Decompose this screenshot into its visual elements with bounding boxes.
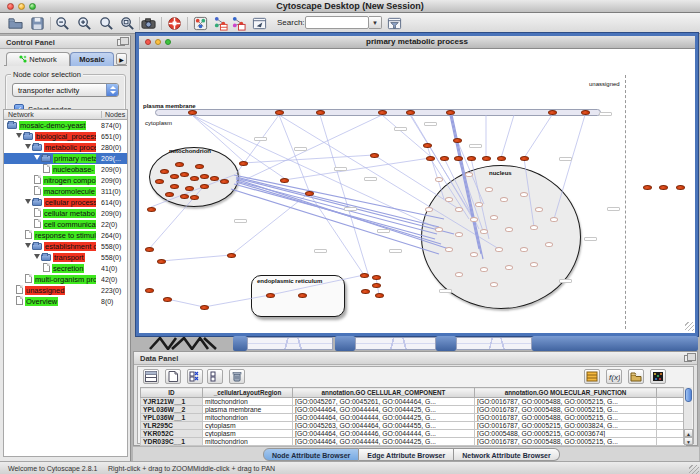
- tree-row[interactable]: nucleobase-209(0): [4, 164, 127, 175]
- tree-row[interactable]: response to stimul264(0): [4, 230, 127, 241]
- background-window-edge[interactable]: [436, 336, 456, 351]
- tab-network[interactable]: Network: [6, 52, 70, 66]
- network-node-selected[interactable]: [190, 176, 199, 181]
- network-node-selected[interactable]: [548, 110, 557, 115]
- network-node-selected[interactable]: [406, 110, 415, 115]
- table-cell[interactable]: mitochondrion: [203, 398, 293, 406]
- tab-node-attribute-browser[interactable]: Node Attribute Browser: [263, 448, 359, 461]
- table-row[interactable]: YPL036W__2plasma membrane[GO:0044464, GO…: [141, 406, 686, 414]
- network-node-selected[interactable]: [497, 156, 506, 161]
- select-all-attributes-icon[interactable]: [187, 369, 203, 384]
- table-cell[interactable]: [GO:0044464, GO:0044444, GO:0044425, G..…: [293, 406, 475, 414]
- advanced-search-icon[interactable]: [386, 15, 403, 32]
- network-node[interactable]: [485, 187, 493, 192]
- network-node-selected[interactable]: [210, 176, 219, 181]
- tab-edge-attribute-browser[interactable]: Edge Attribute Browser: [359, 448, 454, 461]
- network-node-selected[interactable]: [467, 156, 476, 161]
- network-node-selected[interactable]: [676, 185, 685, 190]
- network-node[interactable]: [465, 172, 473, 177]
- network-node-selected[interactable]: [190, 195, 199, 200]
- table-cell[interactable]: [657, 422, 686, 430]
- table-cell[interactable]: [GO:0016787, GO:0005488, GO:0005215, G..…: [475, 438, 657, 446]
- table-row[interactable]: YJR121W__1mitochondrion[GO:0045267, GO:0…: [141, 398, 686, 406]
- network-node-selected[interactable]: [170, 184, 179, 189]
- node-color-dropdown[interactable]: transporter activity: [12, 83, 119, 97]
- table-cell[interactable]: YPL036W__2: [141, 406, 203, 414]
- background-window-preview[interactable]: [247, 337, 333, 350]
- function-builder-icon[interactable]: f(x): [606, 369, 622, 384]
- background-window-edge[interactable]: [335, 336, 355, 351]
- network-node[interactable]: [520, 247, 528, 252]
- background-window-edge[interactable]: [532, 336, 698, 351]
- network-node-selected[interactable]: [155, 179, 164, 184]
- expand-arrow-icon[interactable]: [25, 144, 31, 149]
- network-node[interactable]: [505, 265, 513, 270]
- app-resize-grip[interactable]: [689, 465, 699, 474]
- unselect-all-attributes-icon[interactable]: [207, 369, 223, 384]
- expand-arrow-icon[interactable]: [25, 243, 31, 248]
- table-cell[interactable]: [GO:0044464, GO:0044444, GO:0044425, G..…: [293, 438, 475, 446]
- network-node-selected[interactable]: [147, 207, 156, 212]
- network-node-selected[interactable]: [360, 273, 369, 278]
- network-node-selected[interactable]: [165, 192, 174, 197]
- scroll-down-button[interactable]: ▼: [684, 437, 693, 445]
- table-column-header[interactable]: [657, 388, 686, 398]
- table-cell[interactable]: [GO:0016787, GO:0005488, GO:0005215, G..…: [475, 414, 657, 422]
- network-node-selected[interactable]: [227, 253, 236, 258]
- tree-row[interactable]: cell communicat22(0): [4, 219, 127, 230]
- table-cell[interactable]: mitochondrion: [203, 414, 293, 422]
- network-node-selected[interactable]: [200, 305, 209, 310]
- table-cell[interactable]: plasma membrane: [203, 406, 293, 414]
- network-node-selected[interactable]: [175, 162, 184, 167]
- table-row[interactable]: YDR039C__1mitochondrion[GO:0044464, GO:0…: [141, 438, 686, 446]
- scroll-up-button[interactable]: ▲: [684, 429, 693, 437]
- network-copy-icon[interactable]: [230, 15, 247, 32]
- table-column-header[interactable]: annotation.GO MOLECULAR_FUNCTION: [475, 388, 657, 398]
- table-cell[interactable]: cytoplasm: [203, 422, 293, 430]
- new-attribute-icon[interactable]: [165, 369, 181, 384]
- attribute-matrix-icon[interactable]: [650, 369, 666, 384]
- tree-row[interactable]: Overview8(0): [4, 296, 127, 307]
- network-node-selected[interactable]: [280, 178, 289, 183]
- tree-row[interactable]: metabolic process280(0): [4, 142, 127, 153]
- annotation-icon[interactable]: [251, 15, 268, 32]
- network-node[interactable]: [490, 215, 498, 220]
- tree-row[interactable]: primary metabo209(...: [4, 153, 127, 164]
- network-node-selected[interactable]: [180, 172, 189, 177]
- network-node-selected[interactable]: [200, 174, 209, 179]
- network-view-window[interactable]: primary metabolic process plasma membran…: [136, 33, 698, 336]
- network-node-selected[interactable]: [239, 161, 248, 166]
- expand-arrow-icon[interactable]: [34, 254, 40, 259]
- tree-row[interactable]: macromolecule311(0): [4, 186, 127, 197]
- network-node[interactable]: [475, 202, 483, 207]
- tab-mosaic[interactable]: Mosaic: [70, 52, 114, 66]
- network-node-selected[interactable]: [643, 185, 652, 190]
- zoom-out-icon[interactable]: [54, 15, 71, 32]
- table-cell[interactable]: cytoplasm: [203, 430, 293, 438]
- zoom-selected-region-icon[interactable]: [98, 15, 115, 32]
- table-cell[interactable]: [GO:0016787, GO:0005488, GO:0005215, G..…: [475, 406, 657, 414]
- background-window-preview[interactable]: [355, 337, 436, 350]
- select-attributes-icon[interactable]: [143, 369, 159, 384]
- network-node-selected[interactable]: [454, 156, 463, 161]
- vizmapper-icon[interactable]: [192, 15, 209, 32]
- network-node-selected[interactable]: [423, 143, 432, 148]
- network-node-selected[interactable]: [188, 110, 197, 115]
- network-node[interactable]: [455, 232, 463, 237]
- table-cell[interactable]: YKR052C: [141, 430, 203, 438]
- network-node[interactable]: [470, 217, 478, 222]
- network-node-selected[interactable]: [440, 156, 449, 161]
- expand-arrow-icon[interactable]: [25, 199, 31, 204]
- network-canvas[interactable]: plasma membranecytoplasmmitochondrionnuc…: [139, 49, 695, 332]
- open-session-icon[interactable]: [7, 15, 24, 32]
- tab-scroll-right-button[interactable]: ▶: [116, 53, 127, 65]
- float-panel-icon[interactable]: [684, 355, 692, 362]
- tree-row[interactable]: multi-organism pro42(0): [4, 274, 127, 285]
- network-node-selected[interactable]: [220, 179, 229, 184]
- network-node-selected[interactable]: [372, 283, 381, 288]
- table-row[interactable]: YPL036W__1mitochondrion[GO:0044464, GO:0…: [141, 414, 686, 422]
- table-cell[interactable]: YPL036W__1: [141, 414, 203, 422]
- expand-arrow-icon[interactable]: [34, 155, 40, 160]
- network-node-selected[interactable]: [160, 169, 169, 174]
- table-cell[interactable]: [657, 430, 686, 438]
